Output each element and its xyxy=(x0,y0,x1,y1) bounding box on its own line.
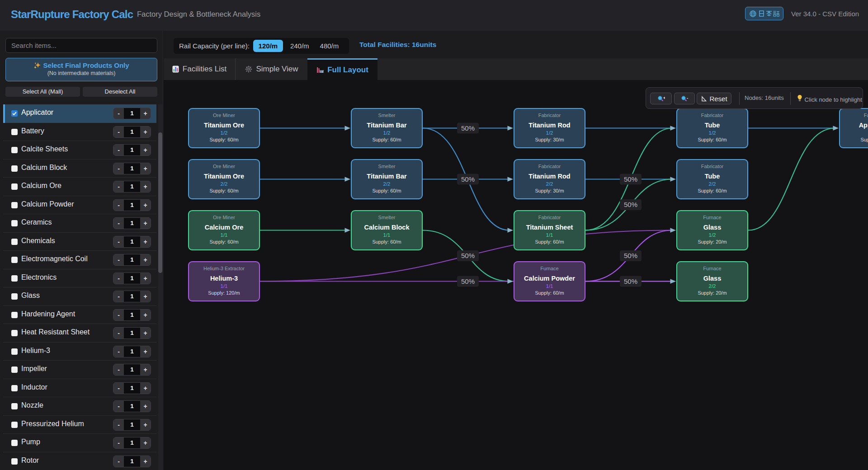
svg-text:50%: 50% xyxy=(624,175,637,183)
svg-text:50%: 50% xyxy=(624,277,637,285)
svg-text:50%: 50% xyxy=(461,124,475,132)
svg-text:50%: 50% xyxy=(461,252,475,259)
svg-text:50%: 50% xyxy=(624,252,637,259)
svg-text:50%: 50% xyxy=(624,201,637,208)
svg-text:50%: 50% xyxy=(461,277,475,285)
svg-text:+: + xyxy=(663,96,665,100)
svg-text:-: - xyxy=(687,96,688,100)
svg-text:50%: 50% xyxy=(461,175,475,183)
